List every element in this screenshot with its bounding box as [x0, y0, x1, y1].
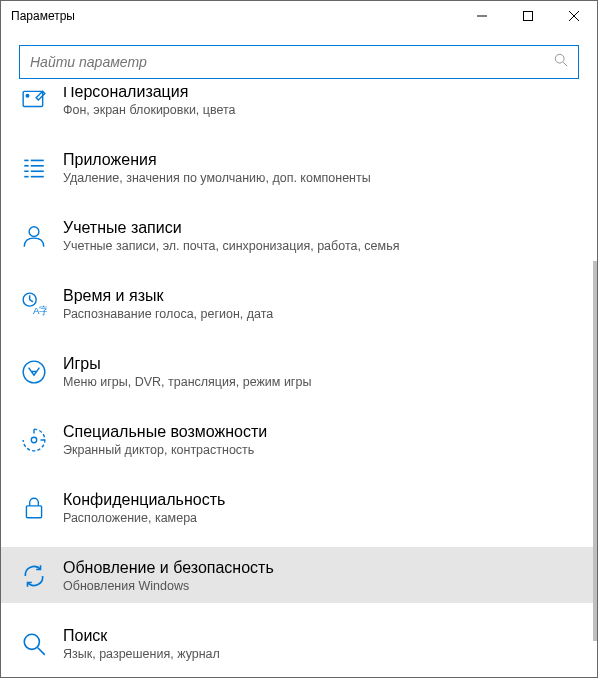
item-title: Время и язык — [63, 287, 579, 305]
item-title: Персонализация — [63, 87, 579, 101]
search-container — [19, 45, 579, 79]
accounts-icon — [19, 221, 49, 251]
settings-list: Персонализация Фон, экран блокировки, цв… — [1, 87, 597, 671]
settings-item-privacy[interactable]: Конфиденциальность Расположение, камера — [1, 479, 597, 535]
privacy-icon — [19, 493, 49, 523]
search-input[interactable] — [30, 54, 554, 70]
scrollbar[interactable] — [593, 261, 597, 678]
item-desc: Язык, разрешения, журнал — [63, 647, 579, 661]
svg-point-20 — [31, 437, 36, 442]
item-desc: Фон, экран блокировки, цвета — [63, 103, 579, 117]
search-box[interactable] — [19, 45, 579, 79]
settings-item-search[interactable]: Поиск Язык, разрешения, журнал — [1, 615, 597, 671]
personalization-icon — [19, 87, 49, 115]
item-title: Поиск — [63, 627, 579, 645]
item-desc: Удаление, значения по умолчанию, доп. ко… — [63, 171, 579, 185]
scrollbar-thumb[interactable] — [593, 261, 597, 641]
search-category-icon — [19, 629, 49, 659]
item-desc: Меню игры, DVR, трансляция, режим игры — [63, 375, 579, 389]
window-title: Параметры — [11, 9, 459, 23]
svg-point-4 — [555, 54, 564, 63]
item-title: Приложения — [63, 151, 579, 169]
svg-line-5 — [563, 62, 567, 66]
titlebar: Параметры — [1, 1, 597, 31]
settings-item-gaming[interactable]: Игры Меню игры, DVR, трансляция, режим и… — [1, 343, 597, 399]
item-title: Специальные возможности — [63, 423, 579, 441]
maximize-button[interactable] — [505, 1, 551, 31]
item-desc: Учетные записи, эл. почта, синхронизация… — [63, 239, 579, 253]
settings-item-update-security[interactable]: Обновление и безопасность Обновления Win… — [1, 547, 597, 603]
search-icon — [554, 53, 568, 71]
item-title: Учетные записи — [63, 219, 579, 237]
svg-point-22 — [24, 634, 39, 649]
svg-point-16 — [29, 227, 39, 237]
settings-item-ease-of-access[interactable]: Специальные возможности Экранный диктор,… — [1, 411, 597, 467]
settings-item-apps[interactable]: Приложения Удаление, значения по умолчан… — [1, 139, 597, 195]
time-language-icon: A字 — [19, 289, 49, 319]
item-desc: Расположение, камера — [63, 511, 579, 525]
update-security-icon — [19, 561, 49, 591]
item-title: Игры — [63, 355, 579, 373]
item-title: Обновление и безопасность — [63, 559, 579, 577]
ease-of-access-icon — [19, 425, 49, 455]
gaming-icon — [19, 357, 49, 387]
settings-item-personalization[interactable]: Персонализация Фон, экран блокировки, цв… — [1, 87, 597, 127]
item-desc: Обновления Windows — [63, 579, 579, 593]
item-desc: Распознавание голоса, регион, дата — [63, 307, 579, 321]
window-controls — [459, 1, 597, 31]
svg-point-7 — [26, 94, 29, 97]
apps-icon — [19, 153, 49, 183]
item-desc: Экранный диктор, контрастность — [63, 443, 579, 457]
minimize-button[interactable] — [459, 1, 505, 31]
svg-rect-21 — [26, 506, 41, 518]
settings-item-time-language[interactable]: A字 Время и язык Распознавание голоса, ре… — [1, 275, 597, 331]
close-button[interactable] — [551, 1, 597, 31]
settings-item-accounts[interactable]: Учетные записи Учетные записи, эл. почта… — [1, 207, 597, 263]
item-title: Конфиденциальность — [63, 491, 579, 509]
svg-line-23 — [38, 648, 45, 655]
svg-text:A字: A字 — [33, 305, 47, 316]
svg-rect-1 — [524, 12, 533, 21]
